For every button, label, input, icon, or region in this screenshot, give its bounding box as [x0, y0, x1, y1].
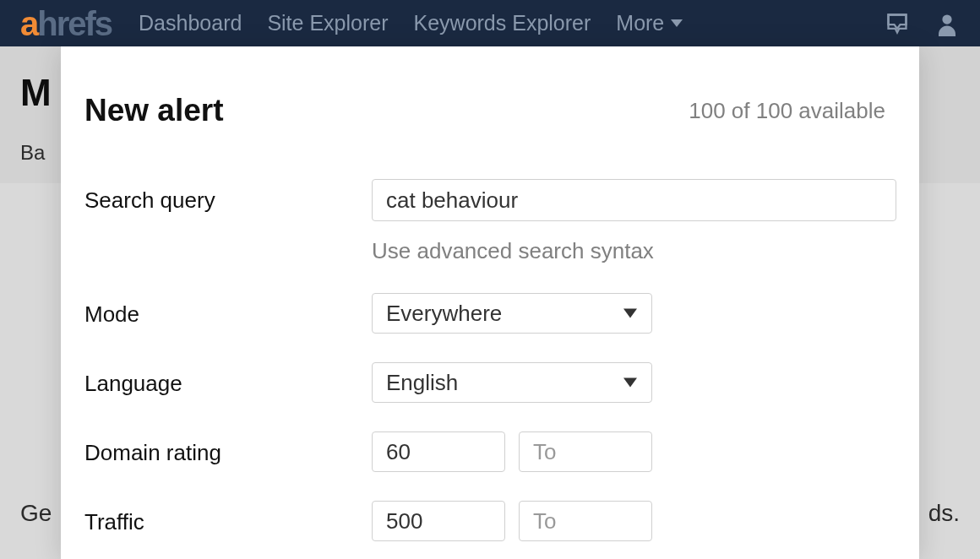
domain-rating-label: Domain rating: [84, 431, 372, 466]
nav-more-label: More: [616, 11, 664, 35]
topbar: ahrefs Dashboard Site Explorer Keywords …: [0, 0, 980, 46]
logo[interactable]: ahrefs: [20, 7, 112, 41]
main-nav: Dashboard Site Explorer Keywords Explore…: [139, 11, 683, 35]
language-label: Language: [84, 362, 372, 397]
logo-letter-a: a: [20, 7, 37, 41]
domain-rating-to-input[interactable]: [519, 431, 652, 472]
mode-select[interactable]: Everywhere: [372, 293, 652, 334]
logo-text-rest: hrefs: [37, 7, 112, 41]
mode-select-value: Everywhere: [372, 293, 652, 334]
search-query-input[interactable]: [372, 179, 896, 221]
traffic-to-input[interactable]: [519, 501, 652, 541]
domain-rating-row: Domain rating: [84, 431, 885, 472]
domain-rating-from-input[interactable]: [372, 431, 505, 472]
svg-point-1: [942, 14, 951, 24]
notifications-icon[interactable]: [885, 12, 909, 35]
mode-label: Mode: [84, 293, 372, 328]
traffic-from-input[interactable]: [372, 501, 505, 541]
nav-dashboard[interactable]: Dashboard: [139, 11, 242, 35]
modal-title: New alert: [84, 93, 224, 128]
language-select-value: English: [372, 362, 652, 403]
nav-keywords-explorer[interactable]: Keywords Explorer: [414, 11, 591, 35]
search-query-label: Search query: [84, 179, 372, 214]
topbar-right: [885, 11, 960, 36]
search-query-row: Search query Use advanced search syntax: [84, 179, 885, 264]
alerts-availability: 100 of 100 available: [689, 98, 885, 124]
language-select[interactable]: English: [372, 362, 652, 403]
mode-row: Mode Everywhere: [84, 293, 885, 334]
chevron-down-icon: [671, 19, 683, 27]
nav-more[interactable]: More: [616, 11, 683, 35]
modal-header: New alert 100 of 100 available: [84, 93, 885, 128]
nav-site-explorer[interactable]: Site Explorer: [267, 11, 388, 35]
traffic-row: Traffic: [84, 501, 885, 541]
traffic-label: Traffic: [84, 501, 372, 535]
advanced-syntax-link[interactable]: Use advanced search syntax: [372, 238, 896, 264]
user-avatar-icon[interactable]: [934, 11, 960, 36]
language-row: Language English: [84, 362, 885, 403]
new-alert-modal: New alert 100 of 100 available Search qu…: [61, 46, 919, 559]
